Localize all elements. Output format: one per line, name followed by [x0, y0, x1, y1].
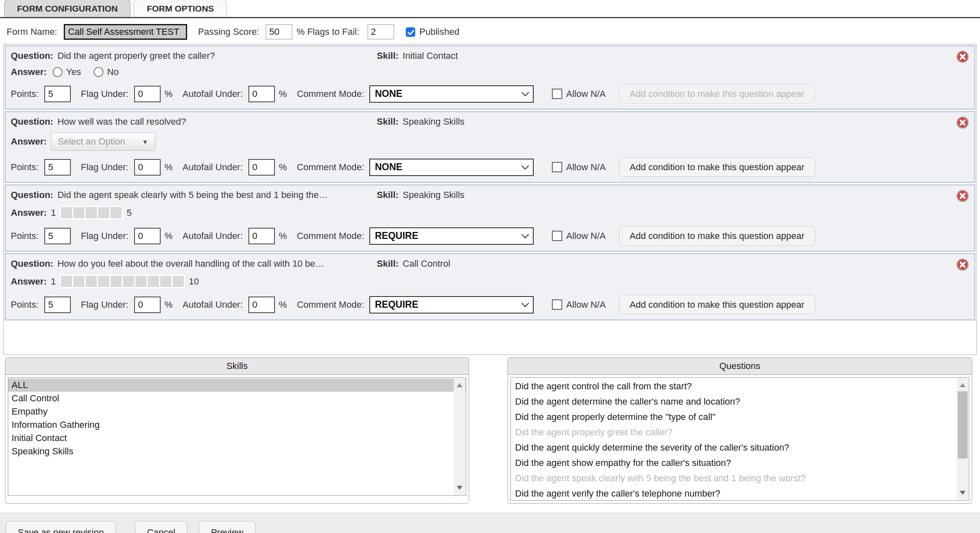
flag-under-field[interactable] [134, 297, 161, 313]
comment-mode-value: NONE [375, 162, 402, 173]
flags-to-fail-field[interactable] [368, 24, 394, 39]
question-list-container: Question: Did the agent properly greet t… [3, 44, 977, 355]
autofail-under-field[interactable] [248, 228, 275, 244]
skills-list-item[interactable]: Speaking Skills [8, 445, 466, 458]
cancel-button[interactable]: Cancel [135, 521, 187, 533]
skills-list-item[interactable]: Initial Contact [8, 432, 466, 445]
passing-score-field[interactable] [266, 24, 292, 39]
scale-rating [60, 275, 185, 288]
scale-square[interactable] [61, 207, 72, 218]
scrollbar-thumb[interactable] [958, 391, 968, 458]
tab-form-configuration[interactable]: FORM CONFIGURATION [4, 0, 130, 17]
delete-question-button[interactable] [956, 50, 969, 63]
questions-list-item: Did the agent speak clearly with 5 being… [511, 470, 969, 486]
allow-na-label: Allow N/A [566, 89, 606, 99]
flag-under-field[interactable] [134, 228, 161, 244]
autofail-under-field[interactable] [248, 297, 275, 313]
skills-list-item[interactable]: ALL [8, 379, 466, 392]
scroll-down-icon[interactable] [960, 491, 966, 495]
delete-question-button[interactable] [956, 116, 969, 129]
scale-square[interactable] [160, 276, 171, 287]
scale-square[interactable] [173, 276, 184, 287]
questions-list-item[interactable]: Did the agent control the call from the … [511, 379, 969, 394]
question-block: Question: Did the agent speak clearly wi… [5, 184, 975, 252]
skills-list-item[interactable]: Information Gathering [8, 418, 466, 432]
comment-mode-select[interactable]: NONE [369, 159, 534, 176]
add-condition-button: Add condition to make this question appe… [619, 84, 815, 104]
delete-x-icon [956, 189, 969, 203]
preview-button[interactable]: Preview [199, 521, 255, 533]
points-field[interactable] [44, 86, 71, 102]
scale-square[interactable] [123, 276, 134, 287]
answer-no-radio[interactable] [94, 67, 104, 77]
answer-yes-radio[interactable] [53, 67, 63, 77]
questions-scrollbar[interactable] [957, 378, 968, 500]
allow-na-checkbox[interactable] [552, 299, 562, 310]
published-checkbox[interactable] [406, 27, 415, 37]
scroll-up-icon[interactable] [457, 383, 462, 387]
flag-under-label: Flag Under: [81, 231, 128, 241]
scale-square[interactable] [61, 276, 72, 287]
autofail-under-field[interactable] [248, 159, 275, 176]
skills-list-item[interactable]: Empathy [8, 405, 466, 418]
questions-list-item[interactable]: Did the agent quickly determine the seve… [511, 440, 969, 455]
library-panels: Skills ALLCall ControlEmpathyInformation… [5, 357, 975, 504]
add-condition-button[interactable]: Add condition to make this question appe… [619, 226, 815, 246]
scale-min-label: 1 [51, 276, 56, 287]
form-name-field[interactable] [64, 24, 187, 40]
points-field[interactable] [44, 228, 71, 244]
delete-question-button[interactable] [956, 258, 969, 271]
allow-na-checkbox[interactable] [552, 231, 562, 241]
scale-square[interactable] [111, 276, 122, 287]
tab-bar: FORM CONFIGURATION FORM OPTIONS [0, 0, 980, 18]
scale-square[interactable] [98, 207, 109, 218]
questions-list-item[interactable]: Did the agent show empathy for the calle… [511, 455, 969, 470]
scale-square[interactable] [86, 276, 97, 287]
flag-under-field[interactable] [134, 159, 161, 176]
scale-square[interactable] [135, 276, 147, 287]
scale-square[interactable] [98, 276, 109, 287]
flag-under-label: Flag Under: [81, 162, 128, 173]
tab-form-options[interactable]: FORM OPTIONS [134, 0, 226, 17]
scale-square[interactable] [111, 207, 122, 218]
points-field[interactable] [44, 159, 71, 176]
allow-na-checkbox[interactable] [552, 89, 562, 99]
autofail-under-label: Autofail Under: [183, 162, 243, 173]
delete-question-button[interactable] [956, 189, 969, 203]
scale-square[interactable] [73, 207, 84, 218]
skills-panel: Skills ALLCall ControlEmpathyInformation… [5, 357, 469, 504]
save-as-new-revision-button[interactable]: Save as new revision [6, 521, 116, 533]
flag-under-label: Flag Under: [81, 299, 128, 310]
comment-mode-select[interactable]: REQUIRE [369, 227, 534, 245]
scroll-down-icon[interactable] [457, 486, 462, 490]
questions-list-item[interactable]: Did the agent determine the caller's nam… [511, 394, 969, 409]
answer-label: Answer: [11, 207, 47, 218]
scroll-up-icon[interactable] [960, 383, 966, 387]
add-condition-button[interactable]: Add condition to make this question appe… [619, 157, 815, 177]
scale-square[interactable] [86, 207, 97, 218]
questions-list-item[interactable]: Did the agent verify the caller's teleph… [511, 486, 969, 501]
skills-scrollbar[interactable] [454, 378, 465, 495]
allow-na-checkbox[interactable] [552, 162, 562, 172]
comment-mode-select[interactable]: REQUIRE [369, 296, 534, 314]
passing-score-label: Passing Score: [198, 27, 259, 37]
comment-mode-select[interactable]: NONE [369, 85, 534, 103]
answer-option-select[interactable]: Select an Option ▼ [51, 133, 155, 151]
question-label: Question: [11, 258, 53, 269]
questions-list-item[interactable]: Did the agent properly determine the "ty… [511, 409, 969, 424]
skills-list-item[interactable]: Call Control [8, 392, 466, 405]
add-condition-button[interactable]: Add condition to make this question appe… [619, 295, 815, 314]
scale-square[interactable] [148, 276, 159, 287]
skill-value: Initial Contact [403, 51, 458, 61]
allow-na-label: Allow N/A [566, 231, 606, 241]
skill-label: Skill: [377, 51, 399, 61]
points-label: Points: [11, 231, 39, 241]
answer-option-placeholder: Select an Option [58, 136, 125, 147]
autofail-under-field[interactable] [248, 86, 275, 102]
points-label: Points: [11, 89, 39, 99]
flag-under-field[interactable] [134, 86, 161, 102]
scale-square[interactable] [73, 276, 84, 287]
scale-max-label: 5 [127, 207, 132, 218]
question-text: How do you feel about the overall handli… [58, 258, 325, 269]
points-field[interactable] [44, 297, 71, 313]
